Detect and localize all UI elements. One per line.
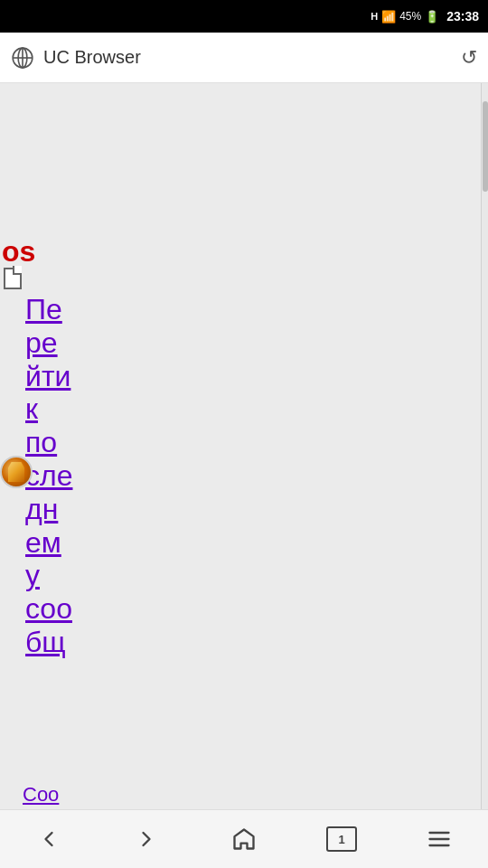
home-button[interactable] xyxy=(221,816,267,862)
globe-icon xyxy=(11,46,34,70)
browser-title: UC Browser xyxy=(43,47,461,68)
browser-toolbar: UC Browser ↺ xyxy=(0,33,488,83)
clock: 23:38 xyxy=(446,9,479,24)
tab-count: 1 xyxy=(326,826,357,852)
reload-button[interactable]: ↺ xyxy=(461,46,477,70)
battery-icon: 🔋 xyxy=(425,10,439,24)
top-space xyxy=(0,83,481,237)
menu-icon xyxy=(427,826,452,852)
menu-button[interactable] xyxy=(417,816,462,862)
scroll-track[interactable] xyxy=(481,83,488,809)
forward-button[interactable] xyxy=(124,816,169,862)
coo-text: Соо xyxy=(23,783,59,807)
user-icon-inner xyxy=(8,462,24,482)
page-icon xyxy=(4,268,22,288)
scroll-thumb[interactable] xyxy=(483,101,488,192)
nav-bar: 1 xyxy=(0,809,488,868)
tab-button[interactable]: 1 xyxy=(319,816,364,862)
back-button[interactable] xyxy=(26,816,71,862)
status-bar: H 📶 45% 🔋 23:38 xyxy=(0,0,488,33)
os-label: os xyxy=(0,237,481,266)
page-content: os Перейтикпоследнемусообщ xyxy=(0,83,481,809)
page-icon-row xyxy=(0,268,481,288)
signal-h-indicator: H xyxy=(371,11,378,22)
link-text[interactable]: Перейтикпоследнемусообщ xyxy=(25,293,72,658)
forward-icon xyxy=(134,826,159,852)
signal-bars-icon: 📶 xyxy=(381,10,396,24)
battery-percentage: 45% xyxy=(399,10,421,23)
home-icon xyxy=(231,826,257,852)
user-icon xyxy=(0,456,33,488)
back-icon xyxy=(36,826,61,852)
link-block[interactable]: Перейтикпоследнемусообщ xyxy=(0,293,481,659)
